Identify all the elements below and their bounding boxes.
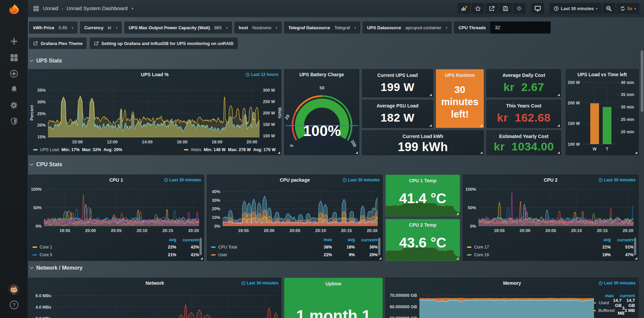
refresh-picker[interactable]: 5s ▾ [616, 3, 640, 14]
configuration-gear-icon[interactable] [0, 101, 28, 110]
user-avatar[interactable] [0, 283, 28, 296]
panel-title[interactable]: UPS Load % [39, 72, 271, 77]
legend-item[interactable]: CPU Total38%18%36% [211, 243, 378, 251]
panel-ups-battery-charge: UPS Battery Charge 02050100100% [284, 69, 359, 155]
legend-col-sort[interactable]: current▾ [176, 237, 199, 242]
link-grafana-plex-theme[interactable]: Grafana Plex Theme [29, 38, 87, 49]
cycle-view-mode-button[interactable] [531, 3, 544, 14]
legend-item[interactable]: Core 122%42% [33, 243, 199, 251]
panel-resize-handle[interactable] [635, 257, 637, 260]
dashboards-icon[interactable] [0, 53, 28, 62]
panel-resize-handle[interactable] [635, 151, 637, 154]
legend-col-sort[interactable]: avg [153, 237, 176, 242]
panel-resize-handle[interactable] [356, 151, 358, 154]
legend-col-sort[interactable]: max [594, 293, 614, 298]
section-ups-stats[interactable]: UPS Stats [30, 58, 62, 64]
svg-text:20:20: 20:20 [188, 228, 199, 233]
cpu-threads-input[interactable] [490, 21, 551, 34]
panel-resize-handle[interactable] [456, 213, 459, 215]
panel-resize-handle[interactable] [480, 151, 482, 154]
page-scrollbar[interactable] [641, 0, 644, 318]
panel-time-range-badge[interactable]: Last 30 minutes [598, 178, 636, 182]
dashboard-settings-button[interactable] [513, 3, 525, 14]
legend-item-ups-load[interactable]: UPS Load Min: 17% Max: 32% Avg: 20% [33, 147, 122, 152]
panel-resize-handle[interactable] [480, 124, 482, 127]
stat-value: 43.6 °C [386, 235, 460, 251]
panel-time-range-badge[interactable]: Last 30 minutes [342, 178, 380, 182]
legend-item[interactable]: Buffered3 MB3 MB [594, 307, 635, 314]
legend-item[interactable]: Core 1619%47% [467, 251, 634, 259]
create-icon[interactable] [0, 37, 28, 46]
panel-resize-handle[interactable] [379, 257, 381, 260]
legend-scrollbar[interactable] [378, 238, 380, 255]
variable-host[interactable]: hostNostromo▾ [234, 21, 282, 34]
legend-item[interactable]: User22%9%20% [211, 251, 378, 259]
legend-col-sort[interactable]: current▾ [611, 237, 634, 242]
legend-col-sort[interactable]: avg [588, 237, 611, 242]
alerting-bell-icon[interactable] [0, 85, 28, 94]
scrollbar-thumb[interactable] [641, 50, 643, 112]
panel-resize-handle[interactable] [200, 257, 203, 260]
variable-currency[interactable]: Currencykr▾ [80, 21, 122, 34]
panel-resize-handle[interactable] [278, 151, 280, 154]
variable-telegraf-datasource[interactable]: Telegraf DatasourceTelegraf▾ [284, 21, 360, 34]
svg-text:50%: 50% [468, 206, 476, 210]
load-vs-time-bar-chart[interactable]: 250 W200 W150 W100 W40 min35 min30 min25… [566, 70, 639, 155]
section-network-memory[interactable]: Network / Memory [30, 265, 83, 271]
help-icon[interactable]: ? [0, 300, 28, 310]
panel-title[interactable]: UPS Battery Charge [288, 72, 356, 77]
panel-title[interactable]: Memory [396, 280, 628, 286]
legend-scrollbar[interactable] [199, 238, 202, 255]
legend-col-sort[interactable]: current [614, 293, 635, 298]
panel-resize-handle[interactable] [429, 124, 432, 127]
legend-scrollbar[interactable] [634, 238, 636, 255]
breadcrumb-app[interactable]: Unraid [43, 5, 58, 11]
legend-col-sort[interactable]: avg [332, 237, 355, 242]
svg-text:50: 50 [320, 85, 324, 90]
star-button[interactable] [471, 3, 484, 14]
svg-text:19:55: 19:55 [494, 228, 505, 233]
legend-item-watts[interactable]: Watts Min: 148 W Max: 278 W Avg: 175 W [184, 147, 276, 152]
panel-resize-handle[interactable] [456, 257, 459, 260]
panel-resize-handle[interactable] [557, 151, 560, 154]
time-range-picker[interactable]: Last 30 minutes ▾ [550, 3, 601, 14]
panel-cpu2-temp: CPU 2 Temp 43.6 °C [385, 219, 460, 261]
panel-time-range-badge[interactable]: Last 30 minutes [598, 281, 636, 285]
panel-time-range-badge[interactable]: Last 12 hours [245, 72, 278, 77]
stat-value: 30 minutes left! [438, 84, 481, 120]
ups-load-chart[interactable]: 35%30%25%20%15%300 W250 W200 W150 W100 W… [29, 70, 282, 155]
legend-col-sort[interactable]: max [309, 237, 332, 242]
variable-ups-max-output[interactable]: UPS Max Output Power Capacity (Watt)865▾ [124, 21, 232, 34]
add-panel-button[interactable] [458, 3, 470, 14]
panel-title[interactable]: Network [39, 280, 271, 286]
panel-resize-handle[interactable] [557, 124, 560, 127]
link-ups-monitoring-guide[interactable]: Setting up Grafana and InfluxDB for UPS … [90, 38, 238, 49]
variable-kwh-price[interactable]: kWh Price0.65▾ [29, 21, 78, 34]
svg-text:Percent: Percent [30, 105, 34, 121]
section-cpu-stats[interactable]: CPU Stats [30, 162, 62, 168]
share-button[interactable] [485, 3, 498, 14]
variable-cpu-threads-label: CPU Threads [454, 21, 490, 34]
svg-text:100 W: 100 W [568, 142, 580, 147]
panel-title[interactable]: UPS Load vs Time left [569, 72, 636, 77]
zoom-out-button[interactable] [603, 3, 615, 14]
legend-item[interactable]: Core 521%41% [33, 251, 199, 259]
panel-current-ups-load: Current UPS Load 199 W [362, 69, 433, 97]
series-color-swatch [594, 302, 596, 304]
panel-resize-handle[interactable] [429, 94, 432, 96]
legend-col-sort[interactable]: current▾ [355, 237, 378, 242]
legend-item[interactable]: Core 1721%51% [467, 243, 634, 251]
explore-compass-icon[interactable] [0, 69, 28, 78]
breadcrumb-dashboard-title[interactable]: Unraid System Dashboard [66, 5, 128, 11]
variable-ups-datasource[interactable]: UPS Datasourceapcupsd-container▾ [363, 21, 452, 34]
panel-time-range-badge[interactable]: Last 30 minutes [164, 178, 201, 182]
grafana-logo-icon[interactable] [0, 3, 28, 17]
zoom-out-icon [606, 5, 612, 12]
save-button[interactable] [499, 3, 512, 14]
panel-resize-handle[interactable] [557, 94, 560, 96]
chevron-down-icon[interactable]: ▾ [132, 6, 134, 11]
panel-time-range-badge[interactable]: Last 30 minutes [241, 281, 278, 285]
series-color-swatch [211, 254, 216, 256]
server-admin-shield-icon[interactable] [0, 117, 28, 126]
svg-text:20:10: 20:10 [315, 228, 326, 233]
